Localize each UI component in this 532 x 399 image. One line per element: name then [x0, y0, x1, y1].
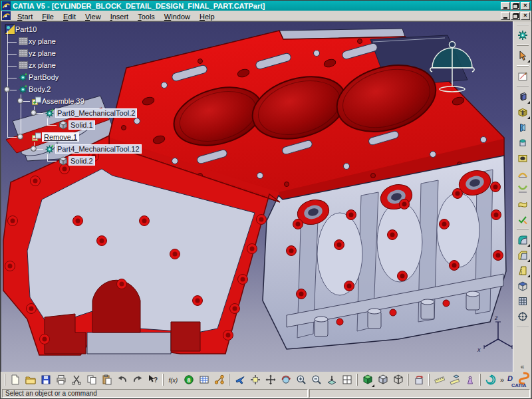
dropdown-arrow-icon[interactable] — [527, 259, 530, 262]
toolbar-grip[interactable] — [517, 326, 529, 327]
edge-fillet-button[interactable] — [515, 232, 531, 247]
tree-item-part10[interactable]: Part10 — [5, 24, 37, 35]
toolbar-grip[interactable] — [428, 374, 430, 386]
design-table-button[interactable] — [196, 372, 211, 388]
3d-viewport[interactable]: z x y — [1, 21, 514, 372]
dropdown-arrow-icon[interactable] — [527, 60, 530, 63]
swap-visible-space-button[interactable] — [411, 372, 426, 388]
dropdown-arrow-icon[interactable] — [527, 244, 530, 247]
part-design-workbench-button[interactable] — [515, 27, 531, 43]
measure-inertia-button[interactable] — [462, 372, 477, 388]
print-button[interactable] — [53, 372, 68, 388]
undo-button[interactable] — [114, 372, 130, 388]
wireframe-view-button[interactable] — [390, 372, 406, 388]
tree-item-label[interactable]: Part10 — [15, 25, 37, 33]
cut-button[interactable] — [68, 372, 84, 388]
menu-view[interactable]: View — [80, 12, 106, 21]
pocket-button[interactable] — [515, 104, 531, 120]
toolbar-grip[interactable] — [479, 374, 481, 386]
toolbar-grip[interactable] — [408, 374, 409, 386]
fly-mode-button[interactable] — [232, 372, 247, 388]
toolbar-grip[interactable] — [517, 65, 529, 66]
tree-item-label[interactable]: Solid.2 — [68, 156, 95, 166]
tree-item-xy-plane[interactable]: xy plane — [18, 36, 56, 47]
tree-expand-node[interactable] — [31, 110, 37, 116]
document-restore-button[interactable] — [511, 12, 520, 20]
toolbar-grip[interactable] — [229, 374, 230, 386]
close-surface-button[interactable] — [515, 211, 531, 227]
minimize-button[interactable] — [501, 2, 510, 10]
select-button[interactable] — [515, 48, 531, 63]
copy-button[interactable] — [84, 372, 99, 388]
redo-button[interactable] — [130, 372, 145, 388]
zoom-out-button[interactable] — [309, 372, 324, 388]
catalog-browser-button[interactable] — [483, 372, 498, 388]
menu-tools[interactable]: Tools — [133, 12, 160, 21]
tree-item-assemble-39[interactable]: Assemble.39 — [31, 96, 84, 106]
toolbar-grip[interactable] — [517, 45, 529, 46]
rib-button[interactable] — [515, 166, 531, 181]
circular-pattern-button[interactable] — [515, 309, 531, 324]
more-commands-indicator[interactable]: » — [498, 376, 506, 384]
more-toolbars-indicator[interactable]: « — [521, 363, 525, 370]
tree-item-label[interactable]: zx plane — [29, 61, 56, 69]
tree-item-label[interactable]: Solid.1 — [68, 120, 95, 130]
dropdown-arrow-icon[interactable] — [372, 384, 374, 387]
restore-button[interactable] — [511, 2, 520, 10]
close-button[interactable]: × — [521, 2, 530, 10]
menu-window[interactable]: Window — [160, 12, 195, 21]
menu-insert[interactable]: Insert — [106, 12, 134, 21]
tree-item-label[interactable]: PartBody — [29, 73, 59, 81]
dropdown-arrow-icon[interactable] — [527, 101, 530, 104]
hole-button[interactable] — [515, 150, 531, 166]
toolbar-grip[interactable] — [356, 374, 358, 386]
draft-angle-button[interactable] — [515, 263, 531, 278]
shell-button[interactable] — [515, 278, 531, 293]
knowledgeware-button[interactable] — [181, 372, 196, 388]
rotate-button[interactable] — [278, 372, 293, 388]
toolbar-grip[interactable] — [4, 374, 5, 386]
sketcher-button[interactable] — [515, 68, 531, 84]
tree-item-body-2[interactable]: Body.2 — [18, 84, 51, 94]
tree-item-label[interactable]: yz plane — [29, 49, 56, 57]
shaded-view-button[interactable] — [360, 372, 375, 388]
rectangular-pattern-button[interactable] — [515, 293, 531, 309]
dropdown-arrow-icon[interactable] — [527, 116, 530, 119]
tree-item-solid-2[interactable]: Solid.2 — [58, 156, 95, 166]
pad-button[interactable] — [515, 89, 531, 104]
menu-file[interactable]: File — [37, 12, 59, 21]
tree-item-label[interactable]: Part4_MechanicalTool.12 — [55, 144, 142, 154]
zoom-in-button[interactable] — [293, 372, 309, 388]
relations-button[interactable] — [211, 372, 227, 388]
shaft-button[interactable] — [515, 120, 531, 135]
multi-view-button[interactable] — [339, 372, 354, 388]
tree-item-label[interactable]: Assemble.39 — [42, 97, 84, 105]
groove-button[interactable] — [515, 135, 531, 150]
slot-button[interactable] — [515, 181, 531, 196]
toolbar-grip[interactable] — [517, 24, 529, 25]
toolbar-grip[interactable] — [517, 229, 529, 230]
tree-item-zx-plane[interactable]: zx plane — [18, 60, 56, 70]
document-minimize-button[interactable] — [501, 12, 510, 20]
tree-item-part4-mechanicaltool-12[interactable]: Part4_MechanicalTool.12 — [45, 144, 142, 154]
menu-edit[interactable]: Edit — [59, 12, 80, 21]
tree-expand-node[interactable] — [17, 134, 23, 140]
pan-button[interactable] — [263, 372, 278, 388]
tree-item-solid-1[interactable]: Solid.1 — [58, 120, 95, 130]
fit-all-in-button[interactable] — [247, 372, 263, 388]
tree-item-label[interactable]: xy plane — [29, 37, 56, 45]
dropdown-arrow-icon[interactable] — [527, 275, 530, 277]
tree-item-label[interactable]: Body.2 — [29, 85, 51, 93]
tree-item-label[interactable]: Part8_MechanicalTool.2 — [55, 108, 137, 118]
tree-item-label[interactable]: Remove.1 — [42, 132, 79, 142]
save-button[interactable] — [38, 372, 53, 388]
menu-start[interactable]: Start — [13, 12, 37, 21]
new-document-button[interactable] — [7, 372, 23, 388]
tree-expand-node[interactable] — [17, 98, 23, 104]
tree-item-yz-plane[interactable]: yz plane — [18, 48, 56, 59]
measure-item-button[interactable] — [447, 372, 462, 388]
tree-expand-node[interactable] — [31, 146, 37, 152]
whats-this-button[interactable] — [145, 372, 160, 388]
shading-edges-view-button[interactable] — [375, 372, 390, 388]
command-field[interactable] — [309, 389, 530, 398]
